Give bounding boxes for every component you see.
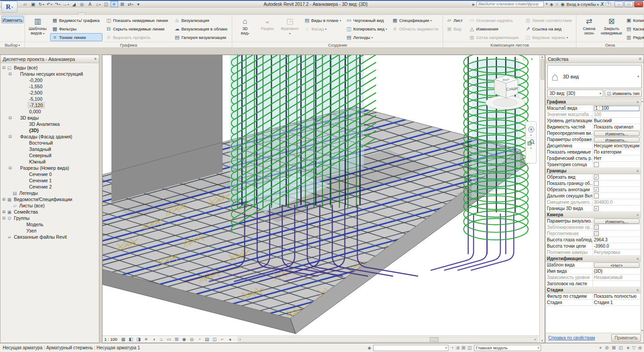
properties-header[interactable]: Свойства × bbox=[546, 55, 644, 63]
close-button[interactable]: × bbox=[634, 1, 643, 7]
aligned-dimension-button[interactable]: ◢ bbox=[70, 1, 78, 7]
tree-sections[interactable]: ⊟ Разрезы (Номер вида) bbox=[0, 165, 99, 171]
view-button[interactable]: ▣Вид bbox=[444, 25, 466, 33]
checkbox[interactable]: ✓ bbox=[594, 206, 599, 211]
tab-manage[interactable] bbox=[86, 13, 93, 14]
property-row[interactable]: Графический стиль р... Нет Нет Нет Нет bbox=[546, 155, 640, 162]
horizontal-scrollbar[interactable]: ◂ ▸ bbox=[238, 337, 537, 342]
vertical-scrollbar[interactable]: ▴ ▾ bbox=[539, 55, 545, 343]
help-icon[interactable]: ? bbox=[606, 1, 611, 7]
tab-annotate[interactable] bbox=[49, 13, 56, 14]
application-menu-button[interactable]: R ▾ bbox=[1, 1, 17, 13]
property-row[interactable]: Фильтр по стадиям Показать полностью Пок… bbox=[546, 293, 640, 300]
property-row[interactable]: Масштаб вида 1 : 100 1 : 100 1 : 100 1 :… bbox=[546, 105, 640, 112]
show-hidden-lines-button[interactable]: ◫Показать невидимые линии bbox=[104, 16, 171, 24]
crop-view-icon[interactable]: ▭ bbox=[165, 337, 173, 342]
property-row[interactable]: Обрезать вид ✓ ✓ ✓ ✓ bbox=[546, 174, 640, 180]
property-row[interactable]: Дальняя секущая Вкл bbox=[546, 193, 640, 199]
thin-lines-button[interactable]: ≡Тонкие линии bbox=[50, 33, 102, 41]
render-gallery-button[interactable]: ▤Галерея визуализации bbox=[172, 33, 230, 41]
elevation-button[interactable]: ⌂Фасад▾ bbox=[302, 25, 343, 33]
unlocked-3d-view-icon[interactable]: ◉ bbox=[180, 337, 188, 342]
duplicate-view-button[interactable]: ◫Копировать вид▾ bbox=[344, 25, 389, 33]
group-label-sheet-composition[interactable]: Композиция листов bbox=[443, 42, 576, 47]
tab-analyze[interactable] bbox=[56, 13, 64, 14]
callout-button[interactable]: ◳ Фрагмент ▾ bbox=[278, 16, 301, 36]
remove-hidden-lines-button[interactable]: ⊟Скрыть невидимые линии bbox=[104, 25, 171, 33]
title-block-button[interactable]: ▭Основная надпись bbox=[467, 16, 522, 24]
visibility-graphics-button[interactable]: ▦Видимость/ графика bbox=[50, 16, 102, 24]
tree-toggle-icon[interactable]: ⊟ bbox=[1, 65, 6, 70]
group-label-windows[interactable]: Окна bbox=[576, 42, 644, 47]
edit-type-button[interactable]: ◫ Изменить тип bbox=[605, 90, 642, 97]
tab-massing-site[interactable] bbox=[64, 13, 71, 14]
text-button[interactable]: A bbox=[86, 1, 94, 7]
render-in-cloud-button[interactable]: ☁Визуализация в облаке bbox=[172, 25, 230, 33]
property-row[interactable]: Положение камеры Регулировка Регулировка… bbox=[546, 249, 640, 256]
show-analytical-model-icon[interactable]: ◫ bbox=[211, 337, 218, 342]
undo-button[interactable]: ↶▾ bbox=[46, 1, 53, 7]
property-row[interactable]: Показать границу об... bbox=[546, 180, 640, 187]
tree-3d-view-current[interactable]: {3D} bbox=[0, 127, 99, 133]
3d-model-view[interactable] bbox=[102, 55, 539, 335]
tab-collaborate[interactable] bbox=[71, 13, 78, 14]
sync-button[interactable]: ↻▾ bbox=[38, 1, 45, 7]
tree-legends[interactable]: ▤ Легенды bbox=[0, 190, 99, 196]
checkbox[interactable] bbox=[594, 225, 599, 230]
viewports-button[interactable]: ◫Видовые экраны▾ bbox=[523, 33, 575, 41]
legends-button[interactable]: ▤Легенды▾ bbox=[344, 33, 389, 41]
section-collapse-icon[interactable]: « bbox=[635, 258, 640, 260]
tab-insert[interactable] bbox=[42, 13, 49, 14]
property-row[interactable]: Дисциплина Несущие конструкции Несущие к… bbox=[546, 143, 640, 149]
drafting-view-button[interactable]: ▭Чертежный вид bbox=[344, 16, 389, 24]
favorites-icon[interactable]: ☆ bbox=[555, 2, 559, 7]
property-row[interactable]: Зависимость уровня Независимый Независим… bbox=[546, 275, 640, 281]
vertical-scroll-thumb[interactable] bbox=[541, 59, 544, 80]
matchline-button[interactable]: ▥Линия соответствия bbox=[523, 16, 575, 24]
property-row[interactable]: Границы 3D вида ✓ ✓ ✓ ✓ bbox=[546, 206, 640, 212]
property-row[interactable]: Параметры отображе... Изменить... Измени… bbox=[546, 137, 640, 143]
tree-schedules[interactable]: ⊞ ▦ Ведомости/Спецификации bbox=[0, 196, 99, 202]
save-button[interactable]: ▣ bbox=[30, 1, 37, 7]
instance-selector[interactable]: 3D вид: {3D} ▾ bbox=[547, 90, 603, 97]
default-3d-view-button[interactable]: ⌂▾ bbox=[94, 1, 102, 7]
horizontal-scroll-thumb[interactable] bbox=[430, 337, 439, 342]
worksets-icon[interactable]: ◈ bbox=[368, 345, 371, 350]
tree-level[interactable]: -0,200 bbox=[0, 77, 99, 83]
tree-toggle-icon[interactable]: ⊟ bbox=[8, 116, 13, 120]
select-links-icon[interactable]: ⌖ bbox=[599, 345, 602, 351]
sheet-button[interactable]: ▱Лист bbox=[444, 16, 466, 24]
prop-scroll-down-icon[interactable]: ▾ bbox=[641, 329, 643, 332]
tree-toggle-icon[interactable]: ⊟ bbox=[1, 216, 6, 220]
filter-icon[interactable]: ▽ bbox=[632, 345, 635, 350]
tab-quantification[interactable] bbox=[100, 13, 107, 14]
tree-level[interactable]: 0,000 bbox=[0, 108, 99, 115]
tree-group-model[interactable]: Модель bbox=[0, 221, 99, 228]
view-minimize-icon[interactable]: – bbox=[514, 57, 520, 61]
tree-group-node[interactable]: Узел bbox=[0, 228, 99, 234]
reveal-constraints-icon[interactable]: ⌐ bbox=[218, 337, 226, 342]
tree-elevation[interactable]: Западный bbox=[0, 146, 99, 152]
workset-combo[interactable]: ▾ bbox=[373, 345, 448, 351]
apply-button[interactable]: Применить bbox=[611, 334, 641, 342]
shadows-icon[interactable]: ◑ bbox=[150, 337, 158, 342]
wheel-menu-arrow-icon[interactable]: ▾ bbox=[530, 133, 532, 137]
section-collapse-icon[interactable]: « bbox=[635, 214, 640, 216]
infocenter-collapse-icon[interactable]: ▸ bbox=[473, 2, 475, 7]
switch-windows-button[interactable]: ⇄▾ bbox=[127, 1, 134, 7]
drag-elements-on-selection-icon[interactable]: ∗ bbox=[626, 345, 630, 351]
section-collapse-icon[interactable]: « bbox=[635, 170, 640, 172]
view-reference-button[interactable]: ⇗Ссылка на вид bbox=[523, 25, 575, 33]
view-close-icon[interactable]: × bbox=[529, 57, 535, 61]
properties-scrollbar[interactable]: ▴ ▾ bbox=[640, 99, 644, 333]
signin-button[interactable]: Вход в службы ▾ bbox=[567, 2, 599, 7]
property-row[interactable]: Границы « bbox=[546, 168, 640, 174]
revisions-button[interactable]: △Изменения bbox=[467, 25, 522, 33]
property-row[interactable]: Параметры визуализ... Изменить... Измени… bbox=[546, 218, 640, 224]
scope-box-button[interactable]: ⊕Область видимости bbox=[390, 25, 441, 33]
property-row[interactable]: Смещение дальнего ... 304800.0 304800.0 … bbox=[546, 199, 640, 206]
select-pinned-elements-icon[interactable]: ⊠ bbox=[612, 345, 615, 351]
tree-elevation[interactable]: Северный bbox=[0, 152, 99, 159]
view-templates-button[interactable]: ▥ Шаблоны видов ▾ bbox=[26, 16, 49, 36]
section-button[interactable]: ◫ bbox=[102, 1, 110, 7]
